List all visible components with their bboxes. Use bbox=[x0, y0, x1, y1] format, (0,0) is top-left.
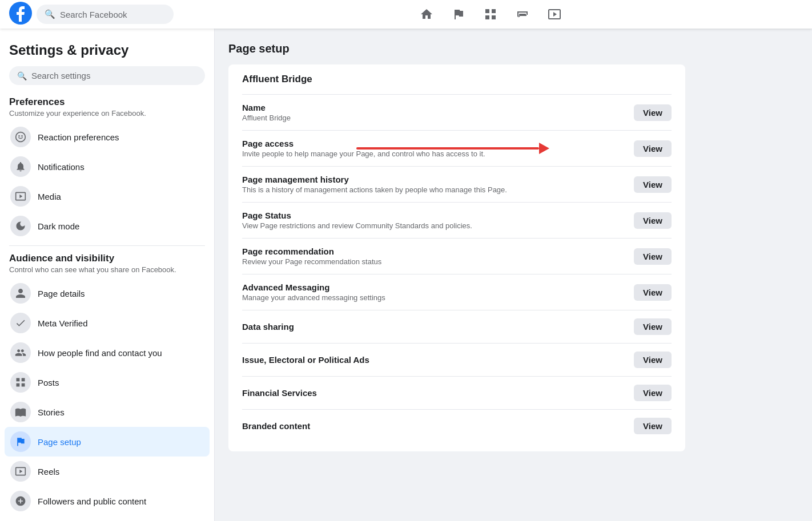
page-access-row-info: Page access Invite people to help manage… bbox=[242, 139, 625, 158]
page-management-history-row: Page management history This is a histor… bbox=[242, 166, 672, 202]
reels-label: Reels bbox=[38, 467, 59, 476]
name-row-label: Name bbox=[242, 103, 625, 112]
sidebar-search-input[interactable] bbox=[31, 71, 197, 80]
sidebar-item-posts[interactable]: Posts bbox=[5, 367, 210, 397]
meta-verified-label: Meta Verified bbox=[38, 318, 88, 328]
stories-label: Stories bbox=[38, 407, 65, 417]
data-sharing-info: Data sharing bbox=[242, 322, 625, 332]
reels-icon bbox=[10, 461, 31, 482]
sidebar-title: Settings & privacy bbox=[5, 38, 210, 60]
sidebar-item-meta-verified[interactable]: Meta Verified bbox=[5, 308, 210, 338]
name-row-value: Affluent Bridge bbox=[242, 114, 625, 122]
main-layout: Settings & privacy 🔍 Preferences Customi… bbox=[0, 29, 812, 521]
stories-icon bbox=[10, 402, 31, 422]
search-input[interactable] bbox=[60, 10, 166, 19]
page-status-label: Page Status bbox=[242, 211, 625, 220]
preferences-sublabel: Customize your experience on Facebook. bbox=[5, 109, 210, 122]
video-nav-btn[interactable] bbox=[541, 3, 568, 26]
page-status-value: View Page restrictions and review Commun… bbox=[242, 221, 625, 230]
svg-rect-8 bbox=[17, 378, 20, 382]
page-status-info: Page Status View Page restrictions and r… bbox=[242, 211, 625, 230]
svg-rect-11 bbox=[22, 383, 25, 387]
page-management-history-label: Page management history bbox=[242, 175, 625, 184]
page-management-history-value: This is a history of management actions … bbox=[242, 185, 625, 194]
name-row-info: Name Affluent Bridge bbox=[242, 103, 625, 122]
reaction-preferences-icon bbox=[10, 127, 31, 147]
data-sharing-view-button[interactable]: View bbox=[634, 318, 672, 335]
page-recommendation-label: Page recommendation bbox=[242, 247, 625, 256]
nav-icons bbox=[178, 3, 803, 26]
sidebar-item-dark-mode[interactable]: Dark mode bbox=[5, 211, 210, 241]
dark-mode-label: Dark mode bbox=[38, 221, 79, 231]
page-status-view-button[interactable]: View bbox=[634, 212, 672, 229]
page-details-label: Page details bbox=[38, 289, 85, 298]
home-nav-btn[interactable] bbox=[413, 3, 440, 26]
name-view-button[interactable]: View bbox=[634, 104, 672, 121]
advanced-messaging-info: Advanced Messaging Manage your advanced … bbox=[242, 282, 625, 302]
card-section-title: Affluent Bridge bbox=[242, 74, 672, 85]
svg-rect-4 bbox=[492, 15, 496, 19]
financial-services-row: Financial Services View bbox=[242, 376, 672, 409]
sidebar-item-notifications[interactable]: Notifications bbox=[5, 152, 210, 181]
sidebar-item-followers-public[interactable]: Followers and public content bbox=[5, 486, 210, 516]
chart-nav-btn[interactable] bbox=[477, 3, 504, 26]
advanced-messaging-label: Advanced Messaging bbox=[242, 282, 625, 292]
reaction-preferences-label: Reaction preferences bbox=[38, 132, 119, 142]
issue-electoral-info: Issue, Electoral or Political Ads bbox=[242, 355, 625, 365]
how-people-find-icon bbox=[10, 342, 31, 363]
followers-public-label: Followers and public content bbox=[38, 496, 146, 506]
notifications-icon bbox=[10, 156, 31, 177]
advanced-messaging-value: Manage your advanced messaging settings bbox=[242, 293, 625, 302]
sidebar-item-media[interactable]: Media bbox=[5, 181, 210, 211]
page-setup-card: Affluent Bridge Name Affluent Bridge Vie… bbox=[228, 64, 685, 451]
media-label: Media bbox=[38, 192, 61, 201]
branded-content-label: Branded content bbox=[242, 421, 625, 431]
content-area: Page setup Affluent Bridge Name Affluent… bbox=[215, 29, 812, 521]
page-title: Page setup bbox=[228, 42, 798, 55]
issue-electoral-label: Issue, Electoral or Political Ads bbox=[242, 355, 625, 365]
search-bar[interactable]: 🔍 bbox=[37, 5, 174, 24]
issue-electoral-view-button[interactable]: View bbox=[634, 352, 672, 368]
svg-point-5 bbox=[16, 132, 26, 142]
svg-rect-3 bbox=[485, 15, 489, 19]
page-recommendation-value: Review your Page recommendation status bbox=[242, 257, 625, 266]
page-access-row: Page access Invite people to help manage… bbox=[242, 130, 672, 166]
page-access-value: Invite people to help manage your Page, … bbox=[242, 150, 625, 158]
issue-electoral-row: Issue, Electoral or Political Ads View bbox=[242, 343, 672, 376]
page-setup-label: Page setup bbox=[38, 437, 81, 447]
advanced-messaging-row: Advanced Messaging Manage your advanced … bbox=[242, 274, 672, 310]
page-recommendation-view-button[interactable]: View bbox=[634, 248, 672, 265]
data-sharing-label: Data sharing bbox=[242, 322, 625, 332]
search-icon: 🔍 bbox=[45, 9, 55, 19]
financial-services-info: Financial Services bbox=[242, 388, 625, 398]
page-setup-icon bbox=[10, 431, 31, 452]
name-row: Name Affluent Bridge View bbox=[242, 94, 672, 130]
sidebar-item-reaction-preferences[interactable]: Reaction preferences bbox=[5, 122, 210, 152]
svg-rect-9 bbox=[22, 378, 25, 382]
page-management-history-view-button[interactable]: View bbox=[634, 176, 672, 193]
sidebar-item-page-setup[interactable]: Page setup bbox=[5, 427, 210, 457]
followers-public-icon bbox=[10, 491, 31, 511]
media-icon bbox=[10, 186, 31, 207]
sidebar-item-page-details[interactable]: Page details bbox=[5, 278, 210, 308]
branded-content-info: Branded content bbox=[242, 421, 625, 431]
branded-content-view-button[interactable]: View bbox=[634, 418, 672, 434]
financial-services-view-button[interactable]: View bbox=[634, 385, 672, 401]
page-recommendation-row: Page recommendation Review your Page rec… bbox=[242, 238, 672, 274]
page-management-history-info: Page management history This is a histor… bbox=[242, 175, 625, 194]
facebook-logo[interactable] bbox=[9, 2, 32, 27]
posts-icon bbox=[10, 372, 31, 393]
sidebar-item-how-people-find[interactable]: How people find and contact you bbox=[5, 338, 210, 367]
sidebar-item-reels[interactable]: Reels bbox=[5, 457, 210, 486]
page-details-icon bbox=[10, 283, 31, 304]
advanced-messaging-view-button[interactable]: View bbox=[634, 284, 672, 301]
svg-rect-10 bbox=[17, 383, 20, 387]
audience-sublabel: Control who can see what you share on Fa… bbox=[5, 265, 210, 278]
page-status-row: Page Status View Page restrictions and r… bbox=[242, 202, 672, 238]
page-access-view-button[interactable]: View bbox=[634, 140, 672, 157]
sidebar-item-stories[interactable]: Stories bbox=[5, 397, 210, 427]
sidebar-search-bar[interactable]: 🔍 bbox=[9, 66, 205, 85]
data-sharing-row: Data sharing View bbox=[242, 310, 672, 343]
megaphone-nav-btn[interactable] bbox=[509, 3, 536, 26]
flag-nav-btn[interactable] bbox=[445, 3, 472, 26]
